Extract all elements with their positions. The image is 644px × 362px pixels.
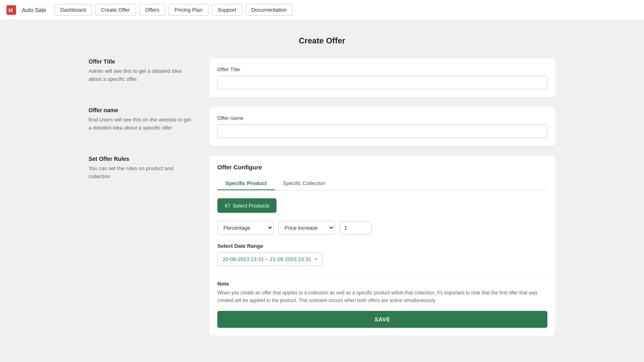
nav-create-offer[interactable]: Create Offer xyxy=(95,4,136,16)
offer-name-section: Offer name End Users will see this on th… xyxy=(89,107,555,146)
date-range-section: Select Date Range 20-08-2023 23:31 ~ 21-… xyxy=(217,243,547,266)
offer-title-label: Offer Title xyxy=(89,58,193,65)
offer-name-label-area: Offer name End Users will see this on th… xyxy=(89,107,193,132)
set-offer-rules-section: Set Offer Rules You can set the rules on… xyxy=(89,156,555,336)
nav-dashboard[interactable]: Dashboard xyxy=(54,4,92,16)
note-box: Note When you create an offer that appli… xyxy=(217,274,547,304)
tag-icon: 🏷 xyxy=(225,202,230,209)
offer-rules-description: You can set the rules on product and col… xyxy=(89,165,193,180)
nav-offers[interactable]: Offers xyxy=(139,4,165,16)
offer-title-section: Offer Title Admin will see this to get a… xyxy=(89,58,555,97)
offer-title-card: Offer Title xyxy=(209,58,555,97)
offer-name-description: End Users will see this on the website t… xyxy=(89,116,193,132)
date-range-clear-icon[interactable]: × xyxy=(314,256,318,262)
top-bar: M Auto Sale Dashboard Create Offer Offer… xyxy=(0,0,644,20)
offer-title-input[interactable] xyxy=(217,76,547,89)
page-title: Create Offer xyxy=(89,36,555,45)
nav-support[interactable]: Support xyxy=(212,4,242,16)
main-content: Create Offer Offer Title Admin will see … xyxy=(80,20,564,362)
save-button[interactable]: SAVE xyxy=(217,311,547,328)
price-type-select[interactable]: Percentage Fixed xyxy=(217,221,274,235)
svg-text:M: M xyxy=(8,7,13,13)
offer-configure-card: Offer Configure Specific Product Specifi… xyxy=(209,156,555,336)
app-logo-icon: M xyxy=(6,5,16,15)
offer-rules-label: Set Offer Rules xyxy=(89,156,193,162)
offer-name-field-label: Offer name xyxy=(217,115,547,121)
tab-specific-collection[interactable]: Specific Collection xyxy=(275,177,334,190)
offer-name-input[interactable] xyxy=(217,124,547,138)
product-tabs: Specific Product Specific Collection xyxy=(217,177,547,190)
date-range-value: 20-08-2023 23:31 ~ 21-08-2023 23:31 xyxy=(223,256,311,262)
offer-title-field-label: Offer Title xyxy=(217,66,547,72)
offer-title-description: Admin will see this to get a detailed id… xyxy=(89,67,193,83)
select-products-button[interactable]: 🏷 Select Products xyxy=(217,198,277,213)
date-range-label: Select Date Range xyxy=(217,243,547,249)
date-range-display[interactable]: 20-08-2023 23:31 ~ 21-08-2023 23:31 × xyxy=(217,252,323,266)
note-title: Note xyxy=(217,281,547,287)
offer-title-label-area: Offer Title Admin will see this to get a… xyxy=(89,58,193,83)
nav-pricing-plan[interactable]: Pricing Plan xyxy=(169,4,208,16)
offer-name-card: Offer name xyxy=(209,107,555,146)
price-controls: Percentage Fixed Price increase Price de… xyxy=(217,221,547,235)
config-title: Offer Configure xyxy=(217,164,547,171)
offer-rules-label-area: Set Offer Rules You can set the rules on… xyxy=(89,156,193,180)
select-products-label: Select Products xyxy=(233,203,269,209)
nav-documentation[interactable]: Documentation xyxy=(246,4,293,16)
price-action-select[interactable]: Price increase Price decrease xyxy=(279,221,335,235)
note-text: When you create an offer that applies to… xyxy=(217,289,547,304)
offer-name-label: Offer name xyxy=(89,107,193,113)
price-value-input[interactable] xyxy=(340,221,372,234)
app-title: Auto Sale xyxy=(22,7,46,13)
tab-specific-product[interactable]: Specific Product xyxy=(217,177,275,190)
